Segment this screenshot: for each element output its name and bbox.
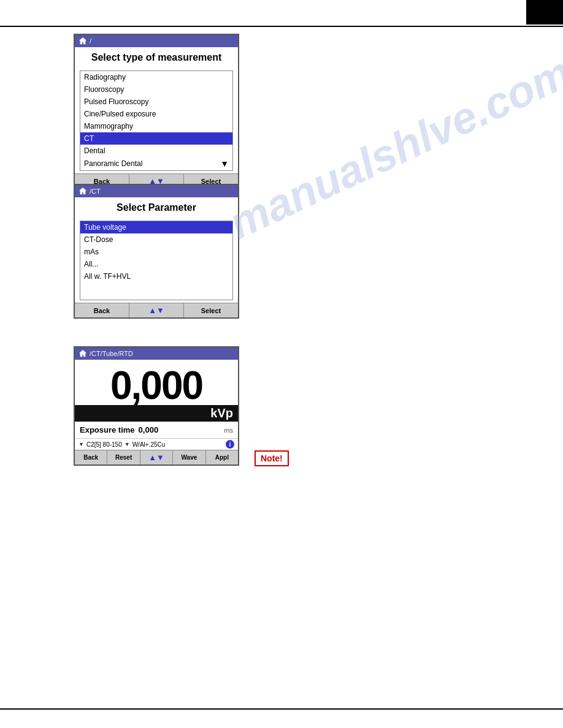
list-item[interactable]: All... bbox=[80, 258, 232, 270]
panel3-header: /CT/Tube/RTD bbox=[75, 347, 238, 360]
arrow-left-icon: ▼ bbox=[79, 441, 84, 447]
panel-ct-tube-rtd: /CT/Tube/RTD 0,000 kVp Exposure time 0,0… bbox=[74, 346, 239, 466]
home-center-button[interactable]: ▲▼ bbox=[140, 450, 173, 464]
list-item-label: Panoramic Dental bbox=[84, 159, 142, 168]
panel2-title: Select Parameter bbox=[75, 197, 238, 218]
watermark: manualshlve.com bbox=[221, 47, 563, 249]
big-value-area: 0,000 bbox=[75, 360, 238, 405]
list-item[interactable]: CT-Dose bbox=[80, 233, 232, 246]
home-icon bbox=[79, 187, 87, 195]
list-item[interactable]: Radiography bbox=[80, 71, 232, 83]
corner-block bbox=[526, 0, 563, 25]
list-item[interactable]: Cine/Pulsed exposure bbox=[80, 108, 232, 120]
bottom-rule bbox=[0, 708, 563, 710]
reset-button[interactable]: Reset bbox=[107, 450, 140, 464]
select-button[interactable]: Select bbox=[184, 303, 238, 317]
panel1-title: Select type of measurement bbox=[75, 47, 238, 68]
exposure-row: Exposure time 0,000 ms bbox=[75, 422, 238, 438]
panel-select-measurement: / Select type of measurement Radiography… bbox=[74, 34, 239, 189]
updown-icon: ▲▼ bbox=[148, 306, 164, 315]
list-item[interactable]: Mammography bbox=[80, 120, 232, 132]
wave-button[interactable]: Wave bbox=[173, 450, 205, 464]
home-center-button[interactable]: ▲▼ bbox=[129, 303, 184, 317]
list-item[interactable]: All w. TF+HVL bbox=[80, 270, 232, 282]
arrow-right-icon: ▼ bbox=[124, 441, 130, 447]
note-box: Note! bbox=[255, 450, 289, 466]
list-item[interactable]: Pulsed Fluoroscopy bbox=[80, 96, 232, 108]
home-icon bbox=[79, 349, 87, 358]
exposure-label: Exposure time bbox=[80, 425, 135, 434]
panel1-header-text: / bbox=[90, 37, 91, 45]
scroll-down-icon: ▼ bbox=[220, 159, 229, 169]
panel1-header: / bbox=[75, 35, 238, 47]
measurement-value: 0,000 bbox=[75, 366, 238, 405]
settings-left[interactable]: C2[5] 80-150 bbox=[86, 441, 122, 448]
panel3-toolbar: Back Reset ▲▼ Wave Appl bbox=[75, 450, 238, 464]
list-item[interactable]: Fluoroscopy bbox=[80, 83, 232, 96]
updown-icon: ▲▼ bbox=[148, 453, 164, 462]
panel2-toolbar: Back ▲▼ Select bbox=[75, 303, 238, 317]
settings-right[interactable]: W/Al+.25Cu bbox=[132, 441, 166, 448]
appl-button[interactable]: Appl bbox=[206, 450, 238, 464]
settings-row: ▼ C2[5] 80-150 ▼ W/Al+.25Cu i bbox=[75, 438, 238, 450]
panel-select-parameter: /CT Select Parameter Tube voltage CT-Dos… bbox=[74, 184, 239, 319]
exposure-unit: ms bbox=[224, 427, 233, 434]
panel2-header-text: /CT bbox=[90, 188, 101, 195]
list-item[interactable]: Panoramic Dental ▼ bbox=[80, 157, 232, 170]
list-item-tube-voltage[interactable]: Tube voltage bbox=[80, 221, 232, 233]
info-icon[interactable]: i bbox=[226, 440, 234, 449]
unit-bar: kVp bbox=[75, 405, 238, 422]
panel2-header: /CT bbox=[75, 185, 238, 197]
panel1-list: Radiography Fluoroscopy Pulsed Fluorosco… bbox=[80, 70, 233, 171]
list-item[interactable]: mAs bbox=[80, 246, 232, 258]
home-icon bbox=[79, 37, 87, 45]
back-button[interactable]: Back bbox=[75, 303, 129, 317]
top-rule bbox=[0, 26, 563, 27]
back-button[interactable]: Back bbox=[75, 450, 107, 464]
exposure-value: 0,000 bbox=[139, 425, 159, 434]
list-item-ct[interactable]: CT bbox=[80, 132, 232, 145]
panel2-list: Tube voltage CT-Dose mAs All... All w. T… bbox=[80, 221, 233, 300]
list-item[interactable]: Dental bbox=[80, 145, 232, 157]
panel3-header-text: /CT/Tube/RTD bbox=[90, 350, 133, 357]
